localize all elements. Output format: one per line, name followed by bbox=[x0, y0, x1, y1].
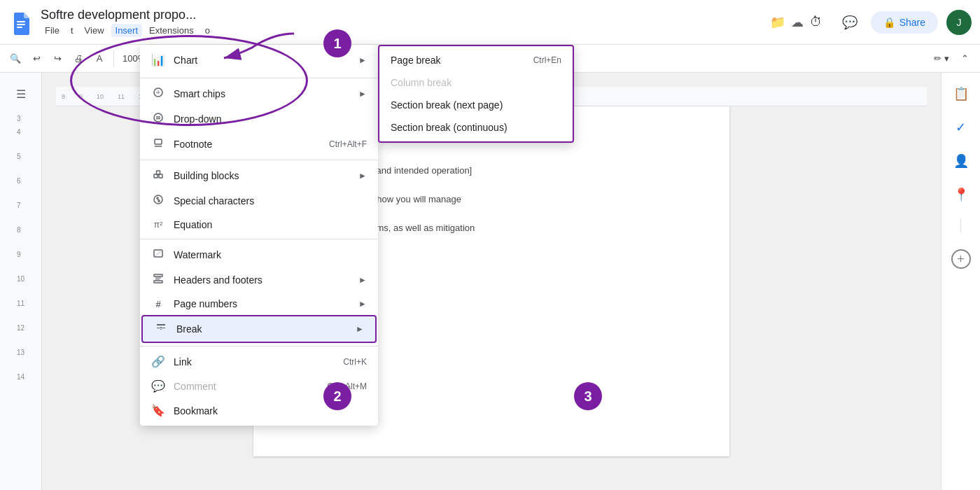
annotation-1: 1 bbox=[323, 29, 351, 57]
menu-item-link[interactable]: 🔗 Link Ctrl+K bbox=[140, 349, 378, 374]
menu-item-special-chars[interactable]: Special characters bbox=[140, 188, 378, 214]
submenu-section-break-cont[interactable]: Section break (continuous) bbox=[379, 116, 573, 139]
dropdown-icon bbox=[151, 112, 165, 126]
svg-rect-3 bbox=[17, 27, 22, 28]
redo-btn[interactable]: ↪ bbox=[48, 50, 67, 66]
link-icon: 🔗 bbox=[151, 355, 165, 368]
edit-mode-btn[interactable]: ✏ ▾ bbox=[930, 50, 953, 66]
history-icon[interactable]: ⏱ bbox=[804, 10, 829, 35]
undo-btn[interactable]: ↩ bbox=[27, 50, 46, 66]
svg-rect-20 bbox=[157, 328, 160, 328]
chart-arrow: ► bbox=[358, 55, 367, 65]
annotation-3: 3 bbox=[574, 382, 602, 410]
building-blocks-label: Building blocks bbox=[174, 170, 350, 181]
comment-menu-icon: 💬 bbox=[151, 379, 165, 393]
svg-rect-8 bbox=[155, 139, 162, 144]
menu-item-page-numbers[interactable]: # Page numbers ► bbox=[140, 293, 378, 315]
submenu-column-break[interactable]: Column break bbox=[379, 71, 573, 94]
menu-item-equation[interactable]: π² Equation bbox=[140, 214, 378, 236]
watermark-label: Watermark bbox=[174, 249, 367, 260]
footnote-icon bbox=[151, 137, 165, 151]
building-blocks-arrow: ► bbox=[358, 171, 367, 181]
break-label: Break bbox=[176, 323, 347, 335]
menu-item-dropdown[interactable]: Drop-down bbox=[140, 106, 378, 132]
break-arrow: ► bbox=[356, 324, 364, 334]
tasks-icon[interactable]: ✓ bbox=[948, 115, 974, 140]
cloud-icon[interactable]: ☁ bbox=[791, 15, 804, 30]
format-paint-btn[interactable]: A bbox=[90, 50, 109, 66]
add-plugin-btn[interactable]: + bbox=[951, 249, 971, 269]
lock-icon: 🔒 bbox=[883, 17, 895, 28]
outline-icon[interactable]: ☰ bbox=[8, 81, 34, 106]
top-bar: Softre development propo... File t View … bbox=[0, 0, 980, 45]
submenu-page-break[interactable]: Page break Ctrl+En bbox=[379, 49, 573, 71]
menu-item-smart-chips[interactable]: Smart chips ► bbox=[140, 81, 378, 106]
menu-item-headers-footers[interactable]: Headers and footers ► bbox=[140, 267, 378, 293]
menu-o[interactable]: o bbox=[201, 24, 214, 37]
left-sidebar: ☰ 3 4 5 6 7 8 9 10 11 12 13 14 bbox=[0, 73, 42, 490]
menu-div-1 bbox=[140, 78, 378, 78]
special-chars-icon bbox=[151, 194, 165, 208]
svg-rect-21 bbox=[162, 328, 165, 328]
page-break-shortcut: Ctrl+En bbox=[533, 55, 561, 65]
page-numbers-arrow: ► bbox=[358, 299, 367, 309]
divider-right bbox=[960, 218, 961, 232]
menu-file[interactable]: File bbox=[41, 24, 64, 37]
section-break-cont-label: Section break (continuous) bbox=[391, 122, 507, 133]
menu-item-building-blocks[interactable]: Building blocks ► bbox=[140, 163, 378, 188]
share-button[interactable]: 🔒 Share bbox=[871, 11, 938, 34]
dropdown-label: Drop-down bbox=[174, 113, 367, 125]
bookmark-icon: 🔖 bbox=[151, 404, 165, 417]
folder-icon[interactable]: 📁 bbox=[770, 15, 785, 30]
search-btn[interactable]: 🔍 bbox=[6, 50, 25, 66]
headers-footers-icon bbox=[151, 273, 165, 287]
comment-icon[interactable]: 💬 bbox=[837, 10, 862, 35]
svg-rect-15 bbox=[154, 274, 162, 276]
right-sidebar: 📋 ✓ 👤 📍 + bbox=[941, 73, 980, 490]
ruler-numbers: 3 4 5 6 7 8 9 10 11 12 13 14 bbox=[17, 115, 24, 381]
print-btn[interactable]: 🖨 bbox=[69, 50, 88, 66]
menu-insert[interactable]: Insert bbox=[111, 24, 143, 37]
submenu-section-break-next[interactable]: Section break (next page) bbox=[379, 94, 573, 116]
menu-item-footnote[interactable]: Footnote Ctrl+Alt+F bbox=[140, 132, 378, 157]
avatar[interactable]: J bbox=[946, 10, 972, 35]
divider-1 bbox=[113, 50, 114, 67]
page-numbers-icon: # bbox=[151, 299, 165, 309]
docs-icon bbox=[8, 10, 34, 35]
share-label: Share bbox=[899, 17, 925, 28]
watermark-icon bbox=[151, 248, 165, 262]
equation-icon: π² bbox=[151, 220, 165, 230]
doc-title-area: Softre development propo... File t View … bbox=[41, 8, 764, 37]
menu-div-3 bbox=[140, 239, 378, 239]
collapse-btn[interactable]: ⌃ bbox=[955, 50, 974, 66]
page-break-label: Page break bbox=[391, 55, 441, 66]
menu-div-4 bbox=[140, 346, 378, 346]
top-right-controls: ⏱ 💬 🔒 Share J bbox=[804, 10, 972, 35]
svg-rect-2 bbox=[17, 24, 25, 25]
notes-icon[interactable]: 📋 bbox=[948, 81, 974, 106]
menu-extensions[interactable]: Extensions bbox=[145, 24, 198, 37]
equation-label: Equation bbox=[174, 219, 367, 230]
link-shortcut: Ctrl+K bbox=[343, 357, 367, 367]
headers-footers-arrow: ► bbox=[358, 275, 367, 285]
page-numbers-label: Page numbers bbox=[174, 298, 350, 309]
menu-view[interactable]: View bbox=[80, 24, 108, 37]
menu-item-break[interactable]: Break ► bbox=[141, 315, 377, 343]
title-icons: 📁 ☁ bbox=[770, 15, 804, 30]
break-icon bbox=[154, 322, 168, 336]
menu-t[interactable]: t bbox=[66, 24, 78, 37]
svg-rect-16 bbox=[154, 281, 162, 283]
doc-title[interactable]: Softre development propo... bbox=[41, 8, 321, 22]
column-break-label: Column break bbox=[391, 77, 451, 88]
chart-label: Chart bbox=[174, 55, 350, 66]
maps-icon[interactable]: 📍 bbox=[948, 182, 974, 207]
insert-menu: 📊 Chart ► Smart chips ► Drop-down Footno… bbox=[140, 45, 378, 426]
annotation-2: 2 bbox=[323, 382, 351, 410]
break-submenu: Page break Ctrl+En Column break Section … bbox=[378, 45, 574, 143]
menu-item-watermark[interactable]: Watermark bbox=[140, 242, 378, 267]
svg-line-14 bbox=[155, 251, 161, 255]
contacts-icon[interactable]: 👤 bbox=[948, 148, 974, 174]
footnote-shortcut: Ctrl+Alt+F bbox=[329, 139, 367, 149]
svg-rect-1 bbox=[17, 21, 25, 22]
building-blocks-icon bbox=[151, 169, 165, 183]
